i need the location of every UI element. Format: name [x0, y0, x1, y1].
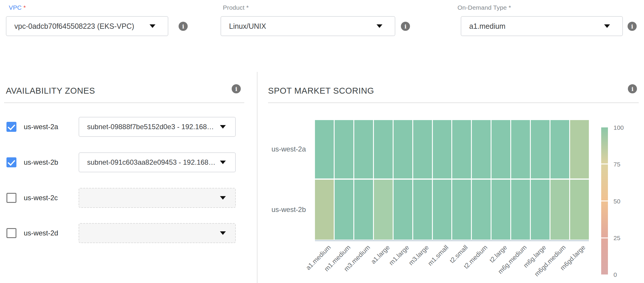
spot-market-scoring-info-icon[interactable]: i — [628, 84, 637, 93]
heatmap-row-label-us-west-2b: us-west-2b — [249, 205, 306, 214]
on-demand-type-required-asterisk: * — [509, 4, 511, 11]
heatmap-cell-us-west-2b-m1.medium — [335, 180, 353, 240]
heatmap-grid — [315, 120, 589, 240]
az-zone-label: us-west-2b — [24, 158, 79, 166]
colorbar-tick-0: 0 — [614, 271, 617, 278]
heatmap-cell-us-west-2a-m3.large — [413, 120, 432, 178]
heatmap-row-label-us-west-2a: us-west-2a — [249, 145, 306, 153]
vpc-label: VPC* — [9, 4, 26, 11]
heatmap-x-label-m1.medium: m1.medium — [313, 244, 352, 282]
colorbar-segment — [601, 164, 608, 201]
az-zone-label: us-west-2c — [24, 194, 79, 202]
spot-config-screen: VPC* vpc-0adcb70f645508223 (EKS-VPC) i P… — [0, 0, 644, 283]
heatmap-cell-us-west-2a-t2.small — [452, 120, 471, 178]
heatmap-x-label-a1.large: a1.large — [352, 244, 391, 282]
az-subnet-select-us-west-2c[interactable] — [79, 188, 236, 208]
heatmap-x-label-t2.medium: t2.medium — [450, 244, 489, 282]
heatmap-cell-us-west-2a-m6gd.medium — [550, 120, 569, 178]
heatmap-cell-us-west-2a-m6gd.large — [570, 120, 589, 178]
heatmap-cell-us-west-2a-t2.medium — [472, 120, 491, 178]
colorbar-segment — [601, 238, 608, 274]
on-demand-type-label: On-Demand Type* — [457, 4, 511, 11]
on-demand-type-info-icon[interactable]: i — [628, 22, 637, 31]
az-row-us-west-2b: us-west-2b subnet-091c603aa82e09453 - 19… — [6, 152, 243, 172]
product-info-icon[interactable]: i — [401, 22, 410, 31]
heatmap-cell-us-west-2a-t2.large — [492, 120, 510, 178]
heatmap-cell-us-west-2a-m6g.large — [531, 120, 550, 178]
heatmap-x-label-a1.medium: a1.medium — [294, 244, 333, 282]
heatmap-x-label-t2.small: t2.small — [431, 244, 470, 282]
chevron-down-icon — [604, 24, 610, 28]
heatmap-cell-us-west-2a-m6g.medium — [511, 120, 530, 178]
az-row-us-west-2c: us-west-2c — [6, 188, 243, 208]
panel-vertical-divider — [257, 72, 257, 283]
heatmap-cell-us-west-2a-m1.large — [394, 120, 412, 178]
heatmap-cell-us-west-2b-m6g.large — [531, 180, 550, 240]
chevron-down-icon — [220, 161, 226, 164]
heatmap-colorbar — [601, 127, 608, 274]
chevron-down-icon — [377, 24, 382, 28]
heatmap-cell-us-west-2b-m1.large — [394, 180, 412, 240]
colorbar-segment — [601, 201, 608, 237]
heatmap-x-label-t2.large: t2.large — [470, 244, 509, 282]
heatmap-cell-us-west-2b-m6gd.medium — [550, 180, 569, 240]
heatmap-cell-us-west-2b-m1.small — [433, 180, 452, 240]
vpc-info-icon[interactable]: i — [179, 22, 188, 31]
heatmap-cell-us-west-2b-m6g.medium — [511, 180, 530, 240]
on-demand-type-select-value: a1.medium — [461, 22, 604, 31]
on-demand-type-select[interactable]: a1.medium — [461, 16, 623, 36]
colorbar-tick-75: 75 — [614, 161, 620, 168]
heatmap-cell-us-west-2b-m3.large — [413, 180, 432, 240]
heatmap-cell-us-west-2b-t2.medium — [472, 180, 491, 240]
product-label: Product* — [223, 4, 249, 11]
vpc-select[interactable]: vpc-0adcb70f645508223 (EKS-VPC) — [6, 16, 168, 36]
az-checkbox-us-west-2b[interactable] — [6, 157, 16, 167]
heatmap-baseline — [315, 240, 589, 241]
heatmap-cell-us-west-2b-a1.medium — [315, 180, 334, 240]
chevron-down-icon — [150, 24, 155, 28]
az-subnet-select-us-west-2a[interactable]: subnet-09888f7be5152d0e3 - 192.168… — [79, 117, 236, 137]
heatmap-x-label-m6g.medium: m6g.medium — [489, 244, 528, 282]
az-zone-label: us-west-2a — [24, 123, 79, 131]
heatmap-cell-us-west-2a-m3.medium — [354, 120, 373, 178]
heatmap-x-label-m3.medium: m3.medium — [333, 244, 372, 282]
heatmap-cell-us-west-2b-m6gd.large — [570, 180, 589, 240]
heatmap-x-label-m6gd.large: m6gd.large — [548, 244, 587, 282]
heatmap-cell-us-west-2b-m3.medium — [354, 180, 373, 240]
az-checkbox-us-west-2d[interactable] — [6, 228, 16, 238]
heatmap-cell-us-west-2b-t2.large — [492, 180, 510, 240]
chevron-down-icon — [220, 231, 226, 235]
heatmap-cell-us-west-2a-m1.medium — [335, 120, 353, 178]
availability-zones-info-icon[interactable]: i — [232, 84, 241, 93]
on-demand-type-label-text: On-Demand Type — [457, 4, 507, 11]
heatmap-x-labels: a1.mediumm1.mediumm3.mediuma1.largem1.la… — [315, 242, 589, 283]
az-checkbox-us-west-2c[interactable] — [6, 193, 16, 203]
spot-market-divider — [268, 102, 639, 103]
spot-market-scoring-title: SPOT MARKET SCORING — [268, 86, 374, 96]
availability-zones-divider — [4, 102, 244, 103]
chevron-down-icon — [220, 125, 226, 129]
az-subnet-value: subnet-091c603aa82e09453 - 192.168… — [79, 158, 220, 166]
colorbar-segment — [601, 127, 608, 164]
vpc-select-value: vpc-0adcb70f645508223 (EKS-VPC) — [6, 22, 150, 31]
heatmap-x-label-m6gd.medium: m6gd.medium — [529, 244, 567, 282]
heatmap-cell-us-west-2a-m1.small — [433, 120, 452, 178]
product-required-asterisk: * — [246, 4, 249, 11]
product-label-text: Product — [223, 4, 245, 11]
vpc-required-asterisk: * — [23, 4, 26, 11]
heatmap-cell-us-west-2b-t2.small — [452, 180, 471, 240]
az-checkbox-us-west-2a[interactable] — [6, 122, 16, 132]
heatmap-x-label-m3.large: m3.large — [392, 244, 431, 282]
heatmap-x-label-m1.large: m1.large — [372, 244, 411, 282]
colorbar-tick-100: 100 — [614, 124, 624, 131]
vpc-label-text: VPC — [9, 4, 22, 11]
product-select[interactable]: Linux/UNIX — [221, 16, 395, 36]
availability-zones-title: AVAILABILITY ZONES — [6, 86, 95, 96]
az-row-us-west-2a: us-west-2a subnet-09888f7be5152d0e3 - 19… — [6, 117, 243, 137]
az-subnet-select-us-west-2b[interactable]: subnet-091c603aa82e09453 - 192.168… — [79, 152, 236, 172]
az-zone-label: us-west-2d — [24, 229, 79, 237]
heatmap-cell-us-west-2a-a1.large — [374, 120, 393, 178]
chevron-down-icon — [220, 196, 226, 200]
heatmap-colorbar-ticks: 1007550250 — [614, 127, 631, 274]
az-subnet-select-us-west-2d[interactable] — [79, 223, 236, 243]
